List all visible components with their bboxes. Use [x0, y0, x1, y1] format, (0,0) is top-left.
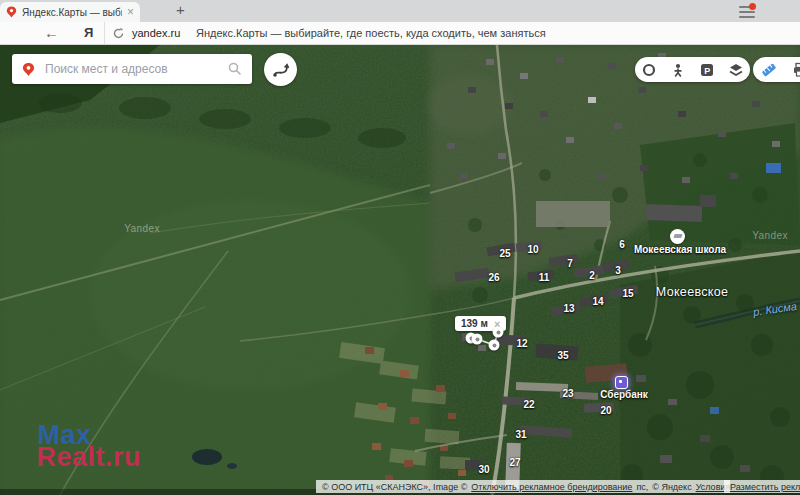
school-label[interactable]: Мокеевская школа: [634, 244, 726, 255]
ruler-icon: [760, 61, 778, 79]
new-tab-button[interactable]: +: [176, 1, 185, 18]
parking-glyph: P: [704, 65, 710, 75]
layers-button[interactable]: [724, 58, 748, 82]
house-number-label: 13: [563, 303, 574, 314]
parking-icon: P: [699, 62, 715, 78]
browser-tab[interactable]: Яндекс.Карты — выбира ×: [0, 2, 140, 22]
layers-icon: [728, 62, 744, 78]
ruler-point[interactable]: [493, 327, 504, 338]
house-number-label: 6: [619, 239, 625, 250]
house-number-label: 22: [523, 399, 534, 410]
traffic-button[interactable]: [637, 58, 661, 82]
divider: [104, 22, 105, 44]
ruler-point[interactable]: [472, 334, 483, 345]
traffic-icon: [641, 62, 657, 78]
bank-pin-icon[interactable]: [615, 376, 628, 389]
page-title: Яндекс.Карты — выбирайте, где поесть, ку…: [196, 22, 546, 44]
tab-bar: Яндекс.Карты — выбира × +: [0, 0, 800, 22]
maps-favicon-icon: [6, 5, 17, 19]
ruler-button[interactable]: [757, 58, 781, 82]
print-button[interactable]: [788, 58, 800, 82]
school-pin-icon[interactable]: [670, 229, 685, 244]
close-icon[interactable]: ×: [127, 6, 134, 18]
map-attribution: © ООО ИТЦ «СКАНЭКС», Image © Отключить р…: [316, 480, 730, 493]
house-number-label: 35: [557, 350, 568, 361]
house-number-label: 7: [567, 258, 573, 269]
browser-logo[interactable]: Я: [84, 22, 93, 44]
house-number-label: 12: [516, 338, 527, 349]
house-number-label: 23: [562, 388, 573, 399]
attribution-providers: © ООО ИТЦ «СКАНЭКС», Image ©: [322, 482, 467, 492]
house-number-label: 30: [478, 464, 489, 475]
bank-label[interactable]: Сбербанк: [600, 389, 648, 400]
attribution-tail: пс,: [636, 482, 648, 492]
map-search-box: [12, 54, 252, 84]
house-number-label: 10: [527, 244, 538, 255]
ruler-distance-value: 139 м: [461, 318, 488, 329]
place-ad-link[interactable]: Разместить рекламу: [730, 482, 800, 492]
route-icon: [272, 61, 290, 79]
attribution-yandex: © Яндекс: [652, 482, 691, 492]
house-number-label: 3: [615, 265, 621, 276]
street-view-icon: [670, 62, 686, 78]
address-bar: ← Я yandex.ru Яндекс.Карты — выбирайте, …: [0, 22, 800, 45]
street-view-button[interactable]: [666, 58, 690, 82]
back-icon[interactable]: ←: [44, 22, 59, 44]
house-number-label: 15: [622, 288, 633, 299]
settlement-label: Мокеевское: [656, 285, 728, 299]
map-pin-icon: [22, 61, 35, 78]
yandex-watermark: Yandex: [124, 223, 160, 234]
site-watermark: Max Realt.ru: [37, 424, 142, 468]
house-number-label: 25: [499, 248, 510, 259]
notification-dot: [749, 3, 756, 10]
place-ad-bar: Разместить рекламу: [724, 480, 800, 493]
map-layers-toolbar: P: [635, 57, 750, 82]
disable-ad-branding-link[interactable]: Отключить рекламное брендирование: [471, 482, 632, 492]
print-icon: [792, 62, 800, 78]
route-button[interactable]: [264, 53, 297, 86]
yandex-watermark: Yandex: [752, 230, 788, 241]
search-icon[interactable]: [228, 62, 242, 76]
house-number-label: 2: [589, 270, 595, 281]
ruler-point[interactable]: [489, 340, 500, 351]
house-number-label: 26: [488, 272, 499, 283]
tab-title: Яндекс.Карты — выбира: [22, 7, 122, 18]
house-number-label: 14: [592, 296, 603, 307]
search-input[interactable]: [43, 61, 220, 77]
url-text[interactable]: yandex.ru: [132, 22, 180, 44]
house-number-label: 27: [509, 457, 520, 468]
map-tools-toolbar: [753, 57, 800, 82]
house-number-label: 20: [600, 405, 611, 416]
house-number-label: 11: [539, 272, 550, 283]
house-number-label: 31: [515, 429, 526, 440]
refresh-icon[interactable]: [112, 27, 125, 40]
parking-button[interactable]: P: [695, 58, 719, 82]
browser-window: 2510672611231514131235232220312730 Мокее…: [0, 0, 800, 495]
